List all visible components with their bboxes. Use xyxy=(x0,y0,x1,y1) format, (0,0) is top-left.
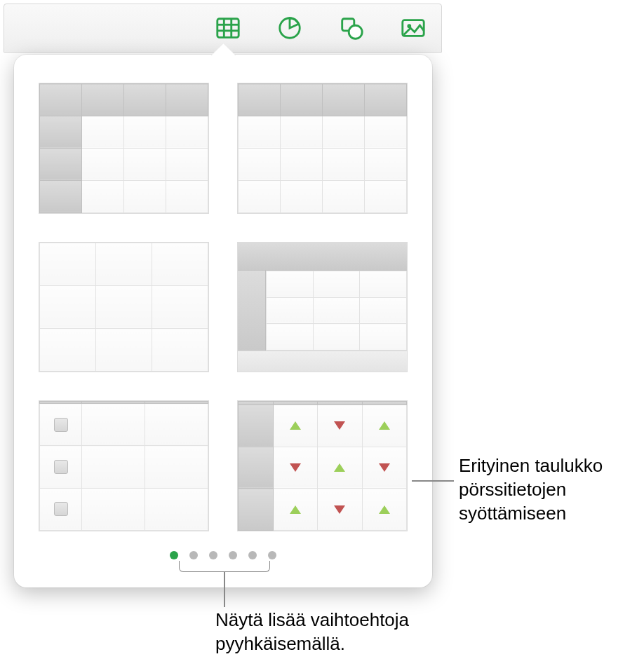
page-dot-4[interactable] xyxy=(229,551,237,559)
table-style-banded[interactable] xyxy=(237,242,408,373)
insert-shape-button[interactable] xyxy=(330,7,373,49)
svg-point-7 xyxy=(349,25,362,39)
page-indicator[interactable] xyxy=(39,551,408,559)
table-style-header-row[interactable] xyxy=(237,83,408,214)
table-style-checkbox[interactable] xyxy=(39,400,209,531)
table-styles-grid xyxy=(39,83,408,531)
callout-lead-line xyxy=(412,480,454,482)
page-dot-3[interactable] xyxy=(209,551,217,559)
table-style-header-row-col[interactable] xyxy=(39,83,209,214)
page-dot-2[interactable] xyxy=(189,551,198,559)
media-icon xyxy=(400,15,427,41)
page-dot-6[interactable] xyxy=(268,551,276,559)
page-dot-1[interactable] xyxy=(170,551,178,559)
table-icon xyxy=(215,15,241,41)
table-style-plain[interactable] xyxy=(39,242,209,373)
table-styles-popover xyxy=(14,55,432,587)
table-style-stock[interactable] xyxy=(237,400,408,531)
callout-bracket-stem xyxy=(224,572,225,607)
callout-swipe-text: Näytä lisää vaihtoehtoja pyyhkäisemällä. xyxy=(215,609,496,656)
callout-bracket xyxy=(179,561,270,572)
insert-table-button[interactable] xyxy=(207,7,249,49)
insert-chart-button[interactable] xyxy=(269,7,311,49)
callout-stock-text: Erityinen taulukko pörssitietojen syöttä… xyxy=(459,454,641,525)
shape-icon xyxy=(338,15,365,41)
insert-media-button[interactable] xyxy=(392,7,434,49)
page-dot-5[interactable] xyxy=(248,551,257,559)
svg-rect-0 xyxy=(217,19,239,38)
chart-icon xyxy=(276,15,303,41)
